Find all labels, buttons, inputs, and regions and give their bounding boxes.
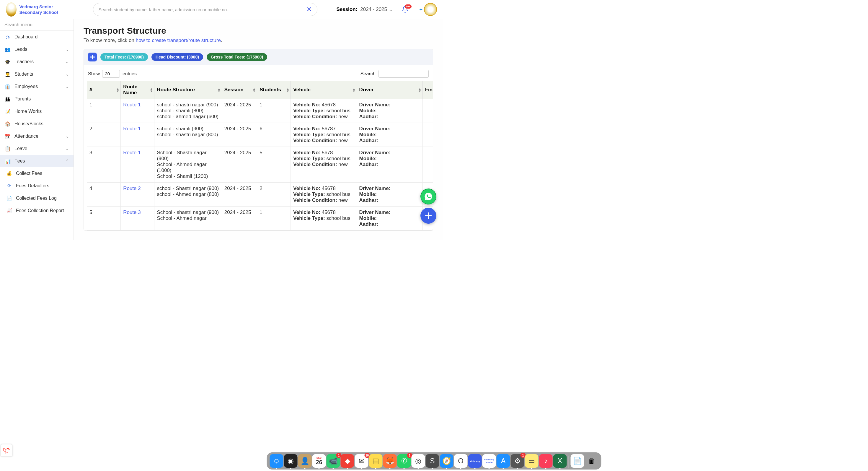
page-title: Transport Structure — [84, 26, 433, 36]
menu-search-input[interactable] — [0, 19, 73, 31]
profile-button[interactable]: ✦ — [419, 3, 437, 16]
cell-route-name: Route 1 — [121, 123, 154, 147]
chevron-down-icon: ⌄ — [66, 59, 69, 64]
close-icon[interactable]: ✕ — [306, 6, 312, 13]
col-vehicle[interactable]: Vehicle▴▾ — [291, 81, 356, 99]
cell-index: 5 — [87, 207, 121, 231]
session-dropdown[interactable]: 2024 - 2025 ⌄ — [360, 6, 393, 13]
route-link[interactable]: Route 1 — [123, 102, 141, 108]
route-link[interactable]: Route 3 — [123, 209, 141, 215]
chevron-down-icon: ⌄ — [66, 47, 69, 52]
entries-input[interactable] — [102, 70, 120, 78]
teachers-icon: 🎓 — [4, 59, 11, 65]
cell-fine — [423, 123, 433, 147]
route-link[interactable]: Route 1 — [123, 150, 141, 155]
col--[interactable]: #▴▾ — [87, 81, 121, 99]
brand[interactable]: Vedmarg Senior Secondary School — [6, 2, 74, 17]
cell-index: 1 — [87, 99, 121, 123]
chevron-down-icon: ⌄ — [66, 146, 69, 151]
cell-driver: Driver Name: Mobile: Aadhar: — [356, 123, 423, 147]
nav-house-blocks[interactable]: 🏠 House/Blocks — [0, 118, 73, 130]
subnav-fees-collection-report[interactable]: 📈Fees Collection Report — [0, 204, 73, 217]
nav-home-works[interactable]: 📝 Home Works — [0, 105, 73, 118]
help-link[interactable]: how to create transport/route structure — [136, 37, 221, 43]
col-fine[interactable]: Fine▴▾ — [423, 81, 433, 99]
nav-dashboard[interactable]: ◔ Dashboard — [0, 31, 73, 43]
nav-attendance[interactable]: 📅 Attendance ⌄ — [0, 130, 73, 142]
table-search-input[interactable] — [378, 70, 429, 78]
students-icon: 👨‍🎓 — [4, 71, 11, 78]
cell-session: 2024 - 2025 — [222, 147, 257, 183]
chevron-down-icon: ⌄ — [389, 6, 393, 13]
top-header: Vedmarg Senior Secondary School ✕ Sessio… — [0, 0, 443, 19]
nav-parents[interactable]: 👪 Parents — [0, 93, 73, 105]
session-label: Session: — [336, 6, 357, 12]
report-icon: 📈 — [6, 207, 12, 214]
route-link[interactable]: Route 2 — [123, 185, 141, 191]
nav-label: Fees — [14, 158, 62, 164]
log-icon: 📄 — [6, 195, 12, 202]
nav-students[interactable]: 👨‍🎓 Students ⌄ — [0, 68, 73, 80]
cell-route-name: Route 3 — [121, 207, 154, 231]
cell-session: 2024 - 2025 — [222, 207, 257, 231]
attendance-icon: 📅 — [4, 133, 11, 140]
nav-leads[interactable]: 👥 Leads ⌄ — [0, 43, 73, 56]
cell-driver: Driver Name: Mobile: Aadhar: — [356, 147, 423, 183]
add-fab[interactable] — [421, 208, 436, 224]
collect-icon: 💰 — [6, 170, 12, 177]
table-row: 2 Route 1 school - shamli (900)school - … — [87, 123, 433, 147]
route-link[interactable]: Route 1 — [123, 126, 141, 131]
subnav-collect-fees[interactable]: 💰Collect Fees — [0, 167, 73, 180]
table-search: Search: — [361, 70, 429, 78]
add-button[interactable] — [88, 53, 97, 61]
defaulters-icon: ⟳ — [6, 183, 12, 189]
card-header: Total Fees: (178900) Head Discount: (300… — [84, 49, 433, 65]
global-search[interactable]: ✕ — [93, 3, 317, 16]
table-controls: Show entries Search: — [84, 65, 433, 81]
search-input[interactable] — [99, 7, 306, 12]
nav-employees[interactable]: 👔 Employees ⌄ — [0, 80, 73, 93]
dashboard-icon: ◔ — [4, 34, 11, 40]
sort-icon: ▴▾ — [353, 87, 355, 92]
sort-icon: ▴▾ — [287, 87, 289, 92]
col-session[interactable]: Session▴▾ — [222, 81, 257, 99]
cell-route-name: Route 1 — [121, 147, 154, 183]
subnav-collected-fees-log[interactable]: 📄Collected Fees Log — [0, 192, 73, 204]
cell-route-name: Route 1 — [121, 99, 154, 123]
table-row: 4 Route 2 school - Shastri nagar (900)sc… — [87, 183, 433, 207]
col-students[interactable]: Students▴▾ — [257, 81, 291, 99]
sub-suffix: . — [221, 37, 222, 43]
nav-label: Attendance — [14, 134, 62, 139]
nav-label: Home Works — [14, 109, 69, 114]
cell-vehicle: Vehicle No: 56787 Vehicle Type: school b… — [291, 123, 356, 147]
cell-students: 5 — [257, 147, 291, 183]
subnav-fees-defaulters[interactable]: ⟳Fees Defaulters — [0, 180, 73, 192]
cell-structure: school - Shastri nagar (900)school - Ahm… — [154, 183, 222, 207]
nav-teachers[interactable]: 🎓 Teachers ⌄ — [0, 56, 73, 68]
sidebar: ◔ Dashboard 👥 Leads ⌄🎓 Teachers ⌄👨‍🎓 Stu… — [0, 19, 74, 240]
fees-icon: 📊 — [4, 158, 11, 164]
nav-leave[interactable]: 📋 Leave ⌄ — [0, 142, 73, 155]
col-driver[interactable]: Driver▴▾ — [356, 81, 423, 99]
cell-students: 1 — [257, 99, 291, 123]
cell-index: 3 — [87, 147, 121, 183]
col-route-structure[interactable]: Route Structure▴▾ — [154, 81, 222, 99]
sort-icon: ▴▾ — [117, 87, 119, 92]
nav-label: Employees — [14, 84, 62, 89]
notifications-button[interactable]: 99+ — [402, 6, 409, 13]
whatsapp-fab[interactable] — [421, 188, 436, 204]
cell-driver: Driver Name: Mobile: Aadhar: — [356, 207, 423, 231]
notif-badge: 99+ — [405, 4, 411, 8]
sort-icon: ▴▾ — [151, 87, 152, 92]
col-route-name[interactable]: Route Name▴▾ — [121, 81, 154, 99]
table-search-label: Search: — [361, 71, 377, 77]
subnav-label: Collected Fees Log — [16, 196, 57, 201]
sub-prefix: To know more, click on — [84, 37, 136, 43]
leave-icon: 📋 — [4, 145, 11, 152]
cell-driver: Driver Name: Mobile: Aadhar: — [356, 183, 423, 207]
card: Total Fees: (178900) Head Discount: (300… — [84, 49, 433, 231]
school-logo-icon — [6, 2, 17, 17]
sort-icon: ▴▾ — [253, 87, 255, 92]
table-wrap[interactable]: #▴▾Route Name▴▾Route Structure▴▾Session▴… — [84, 81, 433, 231]
nav-fees[interactable]: 📊 Fees ⌃ — [0, 155, 73, 167]
